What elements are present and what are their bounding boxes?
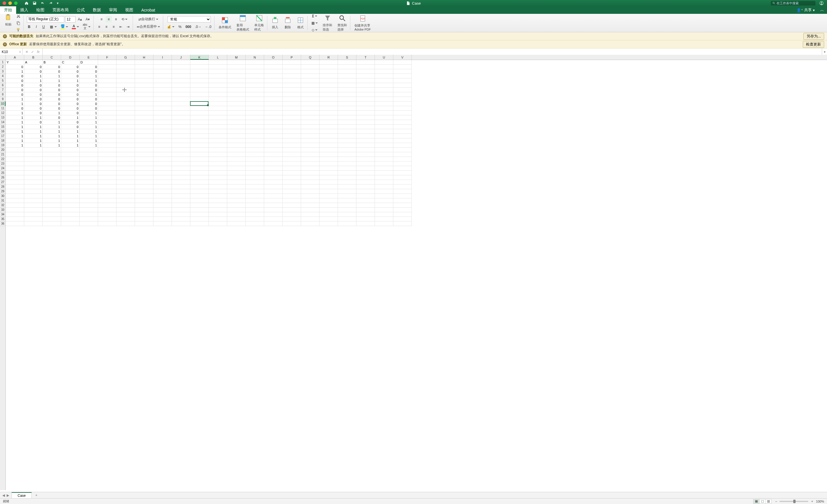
cell[interactable]: 0: [6, 79, 24, 83]
cell[interactable]: 1: [80, 79, 98, 83]
row-header[interactable]: 11: [0, 106, 5, 111]
share-button[interactable]: 👤⁺ 共享 ▾: [794, 6, 817, 14]
cell[interactable]: 0: [6, 83, 24, 88]
cell[interactable]: 0: [43, 106, 61, 111]
cell[interactable]: 1: [6, 101, 24, 106]
cell[interactable]: 1: [43, 129, 61, 134]
align-left-button[interactable]: ≡: [96, 23, 102, 30]
cell[interactable]: 0: [80, 64, 98, 69]
row-header[interactable]: 2: [0, 64, 5, 69]
column-header[interactable]: I: [153, 55, 172, 60]
column-header[interactable]: O: [264, 55, 283, 60]
column-header[interactable]: N: [246, 55, 264, 60]
cell[interactable]: 1: [80, 138, 98, 143]
italic-button[interactable]: I: [33, 23, 40, 30]
column-header[interactable]: F: [98, 55, 116, 60]
next-sheet-button[interactable]: ▶: [7, 493, 9, 497]
spreadsheet-grid[interactable]: ABCDEFGHIJKLMNOPQRSTUV 12345678910111213…: [0, 55, 827, 490]
close-window-button[interactable]: [3, 1, 6, 5]
cell[interactable]: 0: [43, 101, 61, 106]
row-header[interactable]: 15: [0, 124, 5, 129]
row-header[interactable]: 30: [0, 194, 5, 198]
cell[interactable]: 1: [6, 129, 24, 134]
row-header[interactable]: 13: [0, 115, 5, 120]
bold-button[interactable]: B: [26, 23, 32, 30]
cell[interactable]: 0: [61, 88, 80, 92]
cell[interactable]: 1: [80, 74, 98, 79]
increase-decimal-button[interactable]: .0→: [193, 23, 203, 30]
column-header[interactable]: S: [338, 55, 356, 60]
underline-button[interactable]: U: [40, 23, 47, 30]
cell[interactable]: 1: [24, 115, 43, 120]
cell[interactable]: 0: [6, 106, 24, 111]
column-header[interactable]: J: [172, 55, 190, 60]
row-header[interactable]: 34: [0, 212, 5, 217]
tab-pagelayout[interactable]: 页面布局: [48, 6, 73, 14]
row-header[interactable]: 22: [0, 157, 5, 161]
cell[interactable]: 1: [24, 129, 43, 134]
row-header[interactable]: 18: [0, 138, 5, 143]
cell[interactable]: 1: [80, 111, 98, 115]
cell[interactable]: 1: [43, 124, 61, 129]
row-header[interactable]: 31: [0, 198, 5, 203]
cell[interactable]: 0: [80, 83, 98, 88]
find-select-button[interactable]: 查找和 选择: [336, 14, 349, 32]
qat-customize-icon[interactable]: ▾: [57, 1, 58, 5]
cell[interactable]: C: [61, 60, 80, 64]
number-format-select[interactable]: 常规: [167, 16, 211, 22]
check-updates-button[interactable]: 检查更新: [803, 41, 824, 48]
increase-indent-button[interactable]: ⇥: [125, 23, 131, 30]
page-layout-view-button[interactable]: ▢: [759, 499, 766, 504]
cell[interactable]: 1: [80, 134, 98, 138]
cell[interactable]: 0: [61, 69, 80, 74]
column-header[interactable]: L: [209, 55, 227, 60]
decrease-decimal-button[interactable]: ←.0: [204, 23, 213, 30]
cell[interactable]: 1: [61, 129, 80, 134]
cell[interactable]: 1: [43, 120, 61, 124]
row-header[interactable]: 3: [0, 69, 5, 74]
percent-button[interactable]: %: [177, 23, 183, 30]
font-color-button[interactable]: A: [70, 23, 81, 30]
save-icon[interactable]: [33, 1, 37, 5]
row-header[interactable]: 12: [0, 111, 5, 115]
row-header[interactable]: 14: [0, 120, 5, 124]
cell[interactable]: 0: [24, 101, 43, 106]
wrap-text-button[interactable]: ⇄ 自动换行: [137, 16, 160, 22]
paste-button[interactable]: 粘贴: [3, 13, 14, 27]
row-header[interactable]: 27: [0, 180, 5, 185]
cell[interactable]: 1: [6, 69, 24, 74]
maximize-window-button[interactable]: [14, 1, 17, 5]
tab-draw[interactable]: 绘图: [32, 6, 48, 14]
column-header[interactable]: M: [227, 55, 246, 60]
fill-color-button[interactable]: 🪣: [59, 23, 69, 30]
zoom-slider[interactable]: [779, 501, 808, 502]
column-header[interactable]: V: [393, 55, 412, 60]
clear-button[interactable]: ◇: [310, 27, 319, 33]
row-header[interactable]: 16: [0, 129, 5, 134]
cell[interactable]: 0: [61, 97, 80, 101]
cell[interactable]: 1: [6, 138, 24, 143]
row-header[interactable]: 19: [0, 143, 5, 148]
row-header[interactable]: 7: [0, 88, 5, 92]
phonetic-button[interactable]: abc文: [81, 23, 92, 30]
column-header[interactable]: C: [43, 55, 61, 60]
delete-cells-button[interactable]: 删除: [282, 16, 293, 30]
row-header[interactable]: 23: [0, 161, 5, 166]
row-header[interactable]: 24: [0, 166, 5, 171]
cell[interactable]: 1: [24, 124, 43, 129]
cell[interactable]: 1: [61, 138, 80, 143]
column-header[interactable]: Q: [301, 55, 320, 60]
cell[interactable]: 1: [6, 97, 24, 101]
cell[interactable]: Y: [6, 60, 24, 64]
tab-formulas[interactable]: 公式: [73, 6, 89, 14]
cell[interactable]: 1: [80, 115, 98, 120]
cell[interactable]: 0: [43, 83, 61, 88]
font-size-input[interactable]: [65, 16, 76, 22]
column-header[interactable]: K: [190, 55, 209, 60]
cell[interactable]: 0: [24, 88, 43, 92]
formula-input[interactable]: [43, 48, 822, 55]
cell[interactable]: 1: [61, 115, 80, 120]
cell[interactable]: 1: [61, 79, 80, 83]
cell[interactable]: 0: [24, 111, 43, 115]
column-header[interactable]: H: [135, 55, 153, 60]
